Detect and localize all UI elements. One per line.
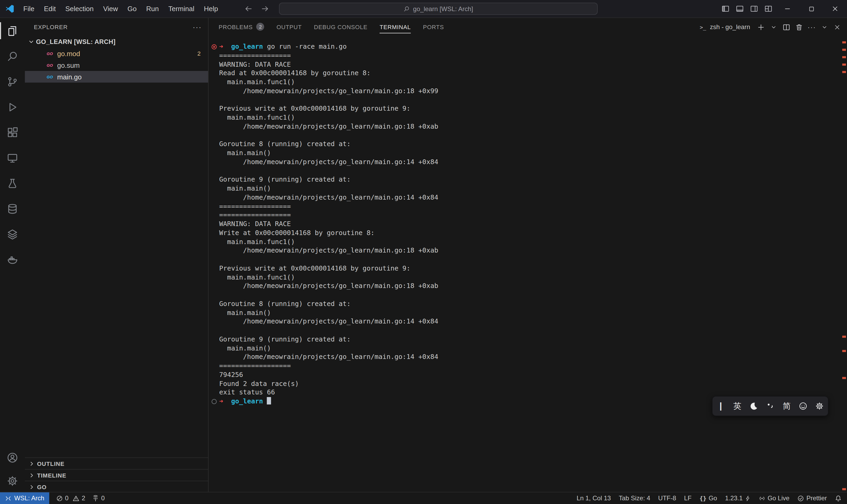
panel-tabs: PROBLEMS2 OUTPUT DEBUG CONSOLE TERMINAL … [219,18,456,36]
problems-status[interactable]: 0 2 [56,494,85,502]
activity-layers[interactable] [0,221,25,247]
file-name: go.mod [57,50,80,57]
file-row-go-mod[interactable]: GO go.mod 2 [25,48,208,59]
terminal-output-line: Goroutine 8 (running) created at: [219,300,839,309]
prompt-arrow: ➜ [219,397,223,405]
encoding-status[interactable]: UTF-8 [658,494,676,502]
menu-item[interactable]: Go [123,0,142,17]
overview-error-mark [842,488,846,490]
overview-error-mark [842,71,846,73]
terminal-output-line: Write at 0x00c000014168 by goroutine 8: [219,229,839,238]
terminal-output-line: main.main() [219,149,839,158]
menu-item[interactable]: Help [199,0,223,17]
terminal-output-line: 794256 [219,371,839,380]
panel-tab[interactable]: DEBUG CONSOLE [314,18,367,36]
toggle-sidebar-icon[interactable] [718,0,733,17]
panel-tab[interactable]: PORTS [423,18,444,36]
menu-item[interactable]: Run [141,0,164,17]
terminal-output-line: main.main.func1() [219,113,839,122]
command-failed-decoration[interactable] [211,44,217,50]
terminal-output-line [219,166,839,176]
menu-item[interactable]: Terminal [164,0,199,17]
explorer-root-folder[interactable]: GO_LEARN [WSL: ARCH] [25,36,208,48]
panel-tab-label: DEBUG CONSOLE [314,24,367,30]
file-row-main-go[interactable]: GO main.go [25,71,208,83]
prettier-status[interactable]: Prettier [797,494,827,502]
menu-item[interactable]: Edit [39,0,60,17]
root-folder-label: GO_LEARN [WSL: ARCH] [36,38,115,46]
indentation-status[interactable]: Tab Size: 4 [619,494,650,502]
sidebar-section[interactable]: GO [25,481,208,492]
go-version-status[interactable]: 1.23.1 [725,494,751,502]
toggle-secondary-sidebar-icon[interactable] [747,0,761,17]
toggle-panel-icon[interactable] [733,0,747,17]
ports-status[interactable]: 0 [92,494,105,502]
maximize-panel-icon[interactable] [819,21,830,33]
terminal-scrollbar[interactable] [841,18,847,492]
panel-tab[interactable]: OUTPUT [276,18,302,36]
customize-layout-icon[interactable] [761,0,776,17]
minimize-button[interactable] [776,0,799,17]
sidebar-section[interactable]: TIMELINE [25,469,208,481]
search-icon [7,51,18,62]
terminal-view[interactable]: ➜ go_learn go run -race main.go ========… [209,36,847,492]
ime-language-mode[interactable]: 英 [730,399,744,413]
ime-settings-gear-icon[interactable] [813,399,827,413]
layers-icon [7,229,18,239]
eol-status[interactable]: LF [684,494,692,502]
cursor-position[interactable]: Ln 1, Col 13 [576,494,611,502]
radio-tower-icon [92,495,99,502]
warning-count: 2 [82,494,85,502]
activity-explorer[interactable] [0,18,25,43]
files-icon [7,25,18,36]
sidebar-section[interactable]: OUTLINE [25,457,208,469]
language-mode[interactable]: {}Go [700,494,717,502]
chevron-right-icon [28,483,35,490]
kill-terminal-icon[interactable] [794,21,805,33]
activity-run-debug[interactable] [0,94,25,120]
extensions-icon [7,127,18,138]
command-center[interactable]: go_learn [WSL: Arch] [279,3,598,15]
activity-database[interactable] [0,196,25,221]
ime-halfwidth-moon-icon[interactable] [747,399,761,413]
menu-item[interactable]: Selection [60,0,98,17]
search-icon [404,5,410,12]
menu-item[interactable]: File [19,0,39,17]
ime-toolbar: | 英 简 [712,396,828,416]
panel-tab[interactable]: TERMINAL [380,18,411,36]
activity-testing[interactable] [0,170,25,196]
settings-button[interactable] [0,469,25,492]
file-row-go-sum[interactable]: GO go.sum [25,59,208,71]
terminal-dropdown-icon[interactable] [768,21,779,33]
forward-arrow-icon[interactable] [261,5,269,13]
ime-simplified-mode[interactable]: 简 [780,399,794,413]
terminal-output-line: /home/meowrain/projects/go_learn/main.go… [219,353,839,362]
maximize-button[interactable] [799,0,823,17]
activity-source-control[interactable] [0,69,25,94]
panel-more-actions-icon[interactable]: ··· [806,21,817,33]
terminal-output-line: /home/meowrain/projects/go_learn/main.go… [219,247,839,255]
panel-tab[interactable]: PROBLEMS2 [219,18,265,36]
gear-icon [7,475,18,486]
notifications-bell-icon[interactable] [835,495,842,502]
back-arrow-icon[interactable] [245,5,253,13]
ime-emoji-icon[interactable] [796,399,810,413]
terminal-output-line: WARNING: DATA RACE [219,60,839,69]
close-button[interactable] [823,0,847,17]
accounts-button[interactable] [0,446,25,469]
terminal-selector[interactable]: >_ zsh - go_learn [699,23,750,31]
new-terminal-icon[interactable] [755,21,767,33]
explorer-more-actions-icon[interactable]: ··· [193,23,202,31]
activity-search[interactable] [0,43,25,69]
split-terminal-icon[interactable] [781,21,792,33]
activity-remote-explorer[interactable] [0,145,25,170]
ime-punctuation-icon[interactable] [763,399,777,413]
activity-docker[interactable] [0,247,25,272]
command-pending-decoration[interactable] [211,399,217,404]
go-live-status[interactable]: Go Live [759,494,790,502]
menu-bar: FileEditSelectionViewGoRunTerminalHelp [19,0,223,17]
activity-extensions[interactable] [0,120,25,145]
menu-item[interactable]: View [98,0,123,17]
remote-indicator[interactable]: WSL: Arch [0,492,49,504]
account-icon [7,452,18,463]
